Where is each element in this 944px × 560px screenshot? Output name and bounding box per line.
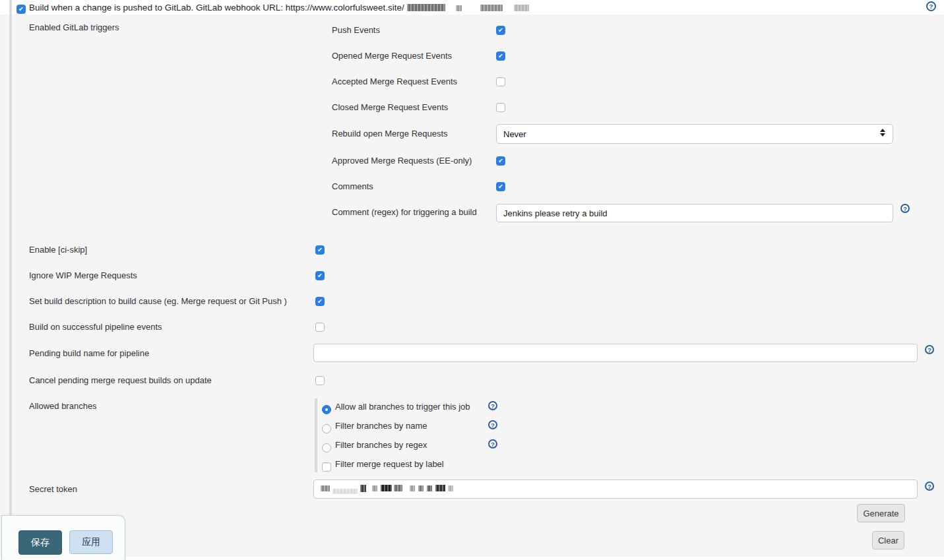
filter-branches-by-name-label: Filter branches by name [335, 421, 427, 431]
pending-build-name-input[interactable] [313, 344, 918, 362]
push-events-checkbox[interactable] [496, 26, 505, 35]
redacted-token-block [448, 485, 453, 491]
form-indent-bar [9, 0, 12, 515]
redacted-token-block [418, 485, 424, 491]
redacted-url-block [407, 4, 445, 11]
select-spinner-icon [880, 129, 885, 137]
rebuild-open-mr-selected-value: Never [503, 129, 526, 139]
clear-button[interactable]: Clear [872, 531, 904, 549]
comment-regex-input[interactable] [496, 204, 893, 222]
bottom-strip [0, 557, 944, 560]
filter-branches-by-regex-radio[interactable] [322, 443, 331, 452]
gitlab-webhook-title: Build when a change is pushed to GitLab.… [29, 3, 404, 13]
redacted-token-block [360, 485, 366, 492]
closed-mr-events-checkbox[interactable] [496, 103, 505, 112]
redacted-token-block [410, 485, 415, 491]
save-apply-panel: 保存 应用 [1, 515, 125, 560]
help-icon[interactable] [925, 482, 934, 491]
generate-button[interactable]: Generate [857, 504, 905, 522]
accepted-mr-events-checkbox[interactable] [496, 77, 505, 86]
help-icon[interactable] [488, 401, 497, 410]
redacted-token-block [372, 485, 377, 491]
help-icon[interactable] [925, 345, 934, 354]
help-icon[interactable] [900, 204, 910, 213]
secret-token-label: Secret token [29, 484, 77, 494]
rebuild-open-mr-label: Rebuild open Merge Requests [332, 129, 448, 139]
help-icon[interactable] [488, 439, 497, 449]
allowed-branches-label: Allowed branches [29, 401, 97, 411]
save-button[interactable]: 保存 [18, 530, 62, 555]
allow-all-branches-label: Allow all branches to trigger this job [335, 402, 470, 412]
redacted-url-block [456, 5, 462, 11]
cancel-pending-checkbox[interactable] [315, 376, 325, 385]
enabled-triggers-label: Enabled GitLab triggers [29, 22, 119, 32]
redacted-token-block [435, 485, 445, 491]
apply-button[interactable]: 应用 [69, 530, 113, 554]
redacted-token-block [381, 485, 392, 491]
approved-mr-checkbox[interactable] [496, 156, 505, 166]
closed-mr-events-label: Closed Merge Request Events [332, 102, 448, 112]
help-icon[interactable] [488, 420, 497, 429]
gitlab-trigger-header-row: Build when a change is pushed to GitLab.… [0, 0, 944, 15]
allowed-branches-indent-bar [315, 398, 317, 472]
allow-all-branches-radio[interactable] [322, 405, 331, 414]
pipeline-events-label: Build on successful pipeline events [29, 322, 162, 332]
redacted-token-block [427, 485, 432, 491]
help-icon[interactable] [926, 1, 936, 11]
approved-mr-label: Approved Merge Requests (EE-only) [332, 156, 472, 166]
ci-skip-checkbox[interactable] [315, 245, 325, 255]
secret-token-input[interactable] [313, 480, 918, 499]
redacted-url-block [514, 5, 529, 11]
ignore-wip-checkbox[interactable] [315, 271, 325, 280]
filter-mr-by-label-checkbox[interactable] [322, 462, 331, 472]
redacted-token-block [394, 485, 402, 491]
jenkins-gitlab-trigger-config-page: Build when a change is pushed to GitLab.… [0, 0, 944, 560]
pending-build-name-label: Pending build name for pipeline [29, 348, 149, 358]
ci-skip-label: Enable [ci-skip] [29, 245, 87, 255]
comment-regex-label: Comment (regex) for triggering a build [332, 207, 477, 217]
comments-checkbox[interactable] [496, 182, 505, 191]
build-on-gitlab-push-checkbox[interactable] [16, 5, 26, 14]
redacted-token-block [332, 489, 358, 494]
filter-mr-by-label-label: Filter merge request by label [335, 459, 444, 469]
push-events-label: Push Events [332, 25, 380, 35]
opened-mr-events-label: Opened Merge Request Events [332, 51, 452, 61]
comments-label: Comments [332, 181, 373, 191]
redacted-url-block [480, 5, 503, 11]
build-description-checkbox[interactable] [315, 297, 325, 306]
opened-mr-events-checkbox[interactable] [496, 51, 505, 61]
build-description-label: Set build description to build cause (eg… [29, 296, 287, 306]
rebuild-open-mr-select[interactable]: Never [496, 124, 893, 144]
pipeline-events-checkbox[interactable] [315, 323, 325, 332]
redacted-token-block [321, 485, 330, 491]
filter-branches-by-regex-label: Filter branches by regex [335, 440, 427, 450]
accepted-mr-events-label: Accepted Merge Request Events [332, 77, 457, 86]
filter-branches-by-name-radio[interactable] [322, 424, 331, 433]
ignore-wip-label: Ignore WIP Merge Requests [29, 270, 137, 280]
cancel-pending-label: Cancel pending merge request builds on u… [29, 375, 212, 385]
